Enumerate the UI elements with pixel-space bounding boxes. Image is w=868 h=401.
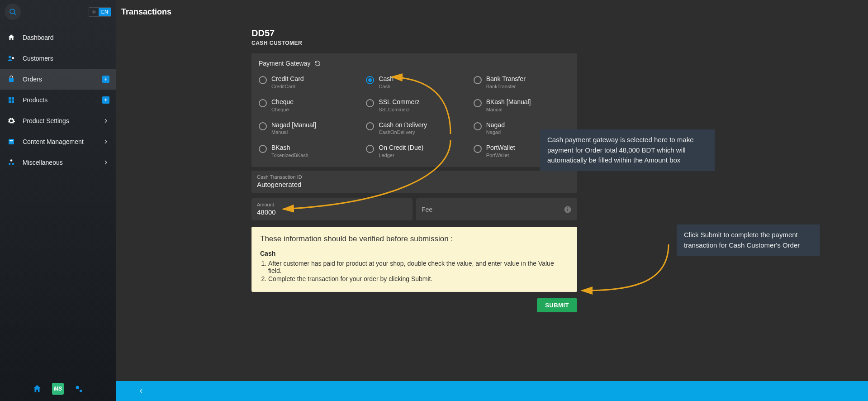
radio-icon	[474, 76, 482, 84]
bottom-settings-button[interactable]	[72, 382, 85, 395]
amount-field[interactable]: Amount 48000	[251, 198, 413, 220]
sidebar-item-miscellaneous[interactable]: Miscellaneous	[0, 152, 116, 173]
gateway-option[interactable]: On Credit (Due)Ledger	[363, 141, 465, 161]
transaction-id-value: Autogenerated	[257, 181, 572, 188]
gateway-option-sub: Manual	[271, 129, 316, 135]
gateway-option-label: Nagad	[486, 121, 505, 129]
search-button[interactable]	[5, 4, 21, 20]
radio-icon	[259, 76, 267, 84]
svg-line-1	[14, 13, 15, 14]
sidebar-item-label: Dashboard	[23, 34, 54, 41]
lang-en[interactable]: EN	[99, 8, 111, 16]
radio-icon	[366, 99, 374, 107]
transaction-id-field[interactable]: Cash Transaction ID Autogenerated	[251, 171, 577, 193]
submit-button[interactable]: SUBMIT	[537, 298, 577, 312]
radio-icon	[259, 122, 267, 130]
sidebar-item-label: Content Management	[23, 138, 84, 145]
gateway-option-sub: Nagad	[486, 129, 505, 135]
sidebar-item-orders[interactable]: Orders +	[0, 69, 116, 90]
svg-rect-4	[9, 78, 14, 82]
gateway-option[interactable]: Cash on DeliveryCashOnDelivery	[363, 119, 465, 138]
svg-rect-7	[9, 100, 11, 103]
ms-icon: MS	[52, 383, 64, 395]
language-switch[interactable]: বাং EN	[89, 7, 111, 17]
radio-icon	[259, 145, 267, 153]
chevron-right-icon	[102, 138, 109, 145]
gateway-option[interactable]: BKash [Manual]Manual	[471, 95, 573, 115]
verification-info-box: These information should be verified bef…	[251, 227, 577, 292]
gateway-option-sub: TokenizedBKash	[271, 153, 308, 158]
gateway-option[interactable]: SSL CommerzSSLCommerz	[363, 95, 465, 115]
gateway-option[interactable]: Credit CardCreditCard	[256, 72, 358, 92]
gateway-option-label: On Credit (Due)	[379, 144, 423, 152]
gateway-option-label: SSL Commerz	[379, 98, 420, 106]
payment-gateway-card: Payment Gateway Credit CardCreditCardCas…	[251, 53, 577, 167]
info-heading: These information should be verified bef…	[260, 234, 569, 243]
bottom-bar	[116, 381, 868, 401]
sidebar-item-label: Orders	[23, 76, 42, 83]
bottom-home-button[interactable]	[31, 382, 43, 395]
gateway-option-sub: Manual	[486, 107, 531, 112]
misc-icon	[6, 158, 16, 167]
sidebar-item-content-management[interactable]: Content Management	[0, 131, 116, 152]
add-order-button[interactable]: +	[102, 76, 109, 83]
radio-icon	[366, 76, 374, 84]
svg-point-3	[12, 57, 14, 59]
svg-rect-10	[9, 140, 13, 141]
gateway-option-label: BKash [Manual]	[486, 98, 531, 106]
radio-icon	[474, 122, 482, 130]
svg-rect-8	[12, 100, 14, 103]
sidebar-item-customers[interactable]: Customers	[0, 48, 116, 69]
info-icon[interactable]	[564, 205, 572, 214]
amount-value: 48000	[257, 208, 407, 216]
gateway-option-label: Bank Transfer	[486, 75, 526, 83]
products-icon	[6, 95, 16, 105]
gateway-option-label: Cash	[379, 75, 394, 83]
search-icon	[9, 8, 17, 16]
annotation-submit: Click Submit to complete the payment tra…	[677, 224, 820, 256]
amount-label: Amount	[257, 202, 407, 207]
gateway-option-label: Nagad [Manual]	[271, 121, 316, 129]
svg-point-19	[567, 207, 568, 208]
gateway-option[interactable]: ChequeCheque	[256, 95, 358, 115]
gateway-option-sub: Cheque	[271, 107, 294, 112]
radio-icon	[366, 122, 374, 130]
info-section: Cash	[260, 250, 569, 257]
payment-gateway-title: Payment Gateway	[259, 60, 310, 67]
chevron-right-icon	[102, 159, 109, 166]
svg-point-13	[9, 163, 11, 165]
svg-point-0	[10, 9, 15, 14]
gateway-option-label: BKash	[271, 144, 308, 152]
sidebar-item-products[interactable]: Products +	[0, 90, 116, 110]
home-icon	[6, 33, 16, 43]
info-step: After customer has paid for product at y…	[268, 260, 569, 274]
sidebar-item-dashboard[interactable]: Dashboard	[0, 27, 116, 48]
svg-point-2	[9, 56, 11, 58]
sidebar-item-label: Miscellaneous	[23, 159, 63, 166]
gateway-option-label: Cash on Delivery	[379, 121, 427, 129]
fee-field[interactable]: Fee	[416, 198, 577, 220]
svg-rect-11	[9, 142, 13, 142]
svg-point-14	[12, 163, 14, 165]
lang-bn[interactable]: বাং	[89, 8, 99, 16]
sidebar-item-product-settings[interactable]: Product Settings	[0, 110, 116, 131]
gateway-option-sub: CashOnDelivery	[379, 129, 427, 135]
radio-icon	[259, 99, 267, 107]
gateway-option-label: PortWallet	[486, 144, 515, 152]
annotation-cash-gateway: Cash payment gateway is selected here to…	[540, 129, 715, 171]
customers-icon	[6, 53, 16, 63]
bottom-ms-button[interactable]: MS	[52, 382, 64, 395]
svg-point-15	[76, 386, 79, 389]
add-product-button[interactable]: +	[102, 96, 109, 104]
back-button[interactable]	[138, 387, 145, 395]
fee-label: Fee	[422, 206, 432, 213]
sidebar-item-label: Product Settings	[23, 117, 69, 124]
gateway-option[interactable]: BKashTokenizedBKash	[256, 141, 358, 161]
chevron-right-icon	[102, 117, 109, 124]
gateway-option[interactable]: CashCash	[363, 72, 465, 92]
gateway-option[interactable]: Nagad [Manual]Manual	[256, 119, 358, 138]
order-customer: CASH CUSTOMER	[251, 40, 577, 46]
gateway-option[interactable]: Bank TransferBankTransfer	[471, 72, 573, 92]
refresh-button[interactable]	[314, 60, 321, 67]
svg-rect-18	[567, 209, 568, 211]
